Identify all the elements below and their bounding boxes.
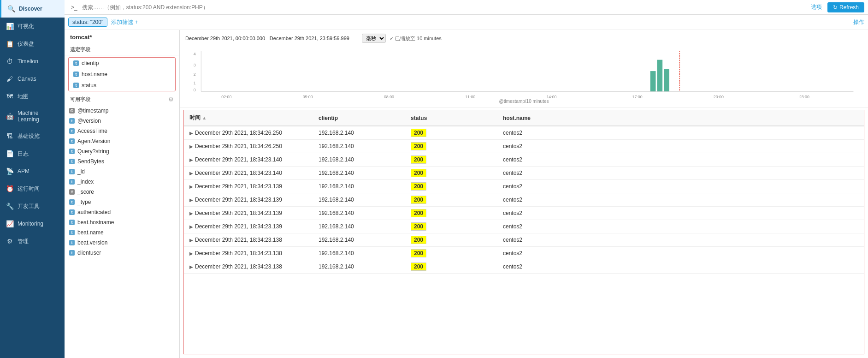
sidebar-item-timelion[interactable]: ⏱ Timelion	[0, 53, 65, 70]
available-field-beat-hostname[interactable]: t beat.hostname	[65, 217, 179, 227]
svg-rect-15	[650, 71, 656, 91]
dash: —	[353, 36, 358, 41]
cell-clientip: 192.168.2.140	[313, 167, 405, 180]
selected-field-clientip[interactable]: t clientip	[69, 58, 175, 69]
available-field-querystring[interactable]: t Query?string	[65, 146, 179, 156]
search-input[interactable]	[82, 4, 805, 11]
field-type-t5: t	[69, 149, 75, 154]
field-type-t10: t	[69, 209, 75, 215]
sidebar-item-maps[interactable]: 🗺 地图	[0, 88, 65, 105]
th-time[interactable]: 时间 ▲	[184, 110, 313, 126]
available-field-clientuser[interactable]: t clientuser	[65, 248, 179, 258]
expand-arrow[interactable]: ▶	[189, 171, 193, 176]
available-field-id[interactable]: t _id	[65, 167, 179, 177]
sidebar-label-visualization: 可视化	[18, 23, 34, 30]
content-area: tomcat* 选定字段 t clientip t host.name t st…	[65, 30, 868, 358]
table-header-row: 时间 ▲ clientip status host.name	[184, 110, 864, 126]
sidebar-label-ml: Machine Learning	[18, 110, 59, 123]
refresh-button[interactable]: ↻ Refresh	[827, 2, 864, 12]
cell-hostname: centos2	[497, 140, 864, 153]
expand-arrow[interactable]: ▶	[189, 264, 193, 269]
expand-arrow[interactable]: ▶	[189, 211, 193, 216]
dashboard-icon: 📋	[6, 40, 14, 48]
cell-time: ▶December 29th 2021, 18:34:23.139	[184, 180, 313, 193]
field-name-hostname: host.name	[82, 71, 107, 78]
available-field-authenticated[interactable]: t authenticated	[65, 207, 179, 217]
table-row: ▶December 29th 2021, 18:34:23.138 192.16…	[184, 233, 864, 247]
available-field-score[interactable]: # _score	[65, 187, 179, 197]
table-row: ▶December 29th 2021, 18:34:23.139 192.16…	[184, 180, 864, 193]
cell-clientip: 192.168.2.140	[313, 220, 405, 233]
status-badge: 200	[411, 263, 426, 271]
cell-clientip: 192.168.2.140	[313, 247, 405, 260]
field-type-t2: t	[69, 118, 75, 124]
cell-time: ▶December 29th 2021, 18:34:23.139	[184, 220, 313, 233]
svg-text:05:00: 05:00	[303, 95, 313, 99]
available-fields-header: 可用字段 ⚙	[65, 93, 179, 106]
th-status[interactable]: status	[405, 110, 497, 126]
expand-arrow[interactable]: ▶	[189, 184, 193, 189]
available-field-timestamp[interactable]: ⊙ @timestamp	[65, 106, 179, 116]
field-type-t8: t	[69, 179, 75, 185]
available-field-agentversion[interactable]: t AgentVersion	[65, 136, 179, 146]
cell-hostname: centos2	[497, 220, 864, 233]
cell-status: 200	[405, 167, 497, 180]
cell-time: ▶December 29th 2021, 18:34:26.250	[184, 126, 313, 140]
field-type-t12: t	[69, 230, 75, 235]
selected-field-hostname[interactable]: t host.name	[69, 69, 175, 80]
sidebar-item-uptime[interactable]: ⏰ 运行时间	[0, 180, 65, 197]
sidebar-item-apm[interactable]: 📡 APM	[0, 162, 65, 180]
cell-time: ▶December 29th 2021, 18:34:23.138	[184, 247, 313, 260]
sidebar-item-canvas[interactable]: 🖌 Canvas	[0, 70, 65, 88]
right-panel: December 29th 2021, 00:00:00.000 - Decem…	[180, 30, 868, 358]
expand-arrow[interactable]: ▶	[189, 157, 193, 162]
add-filter-button[interactable]: 添加筛选 +	[111, 18, 138, 26]
expand-arrow[interactable]: ▶	[189, 238, 193, 243]
maps-icon: 🗺	[6, 92, 14, 101]
expand-arrow[interactable]: ▶	[189, 197, 193, 203]
chart-controls: December 29th 2021, 00:00:00.000 - Decem…	[185, 34, 862, 43]
svg-text:11:00: 11:00	[465, 95, 475, 99]
available-field-accesstime[interactable]: t AccessTime	[65, 126, 179, 136]
sidebar-item-devtools[interactable]: 🔧 开发工具	[0, 197, 65, 215]
th-hostname[interactable]: host.name	[497, 110, 864, 126]
sidebar-item-ml[interactable]: 🤖 Machine Learning	[0, 105, 65, 127]
sidebar-label-management: 管理	[18, 238, 29, 245]
available-field-beat-name[interactable]: t beat.name	[65, 227, 179, 238]
sidebar-item-logs[interactable]: 📄 日志	[0, 145, 65, 162]
sidebar-item-discover[interactable]: 🔍 Discover	[0, 0, 65, 18]
field-name-version: @version	[77, 118, 101, 124]
available-field-index[interactable]: t _index	[65, 177, 179, 187]
expand-arrow[interactable]: ▶	[189, 144, 193, 149]
available-field-sendbytes[interactable]: t SendBytes	[65, 156, 179, 167]
available-field-beat-version[interactable]: t beat.version	[65, 238, 179, 248]
time-unit-select[interactable]: 毫秒	[362, 34, 386, 43]
field-type-t7: t	[69, 169, 75, 174]
sidebar-item-dashboard[interactable]: 📋 仪表盘	[0, 35, 65, 53]
field-type-t9: t	[69, 199, 75, 205]
sidebar: 🔍 Discover 📊 可视化 📋 仪表盘 ⏱ Timelion 🖌 Canv…	[0, 0, 65, 358]
table-body: ▶December 29th 2021, 18:34:26.250 192.16…	[184, 126, 864, 274]
available-field-version[interactable]: t @version	[65, 116, 179, 126]
field-name-timestamp: @timestamp	[77, 107, 109, 114]
expand-arrow[interactable]: ▶	[189, 131, 193, 136]
field-name-score: _score	[77, 189, 94, 195]
sidebar-item-infra[interactable]: 🏗 基础设施	[0, 127, 65, 145]
expand-arrow[interactable]: ▶	[189, 251, 193, 256]
gear-icon[interactable]: ⚙	[168, 96, 174, 103]
th-clientip[interactable]: clientip	[313, 110, 405, 126]
selected-field-status[interactable]: t status	[69, 80, 175, 91]
options-button[interactable]: 选项	[807, 1, 826, 13]
sidebar-label-devtools: 开发工具	[18, 203, 40, 210]
sidebar-item-visualization[interactable]: 📊 可视化	[0, 18, 65, 35]
sidebar-label-canvas: Canvas	[18, 76, 36, 82]
sidebar-item-monitoring[interactable]: 📈 Monitoring	[0, 215, 65, 233]
infra-icon: 🏗	[6, 132, 14, 140]
cell-status: 200	[405, 153, 497, 167]
operation-button[interactable]: 操作	[853, 18, 864, 26]
available-field-type[interactable]: t _type	[65, 197, 179, 207]
field-type-t13: t	[69, 240, 75, 245]
sidebar-item-management[interactable]: ⚙ 管理	[0, 233, 65, 250]
active-filter-tag[interactable]: status: "200"	[68, 18, 107, 27]
expand-arrow[interactable]: ▶	[189, 224, 193, 229]
